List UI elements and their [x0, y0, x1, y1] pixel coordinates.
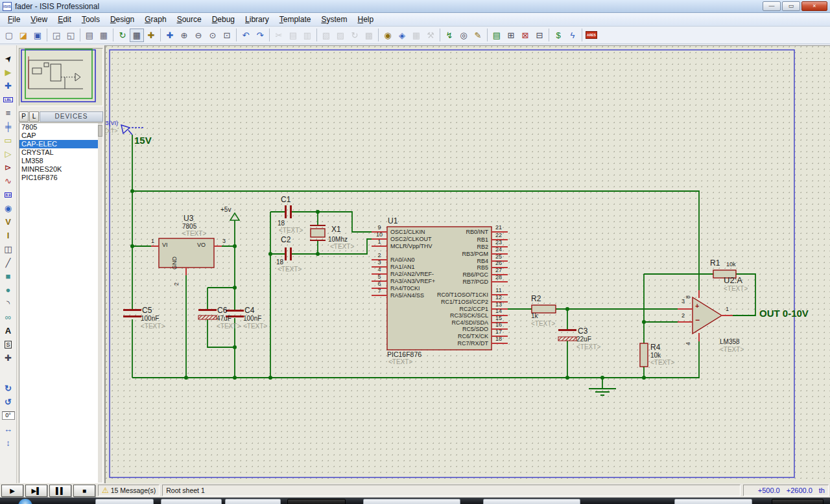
2d-symbol-icon[interactable]: S: [1, 338, 16, 351]
taskbar-item[interactable]: [483, 499, 580, 504]
current-probe-mode-icon[interactable]: I: [1, 229, 16, 242]
toggle-grid-icon[interactable]: ▦: [130, 29, 144, 42]
device-item-minres20k[interactable]: MINRES20K: [19, 165, 102, 174]
menu-view[interactable]: View: [25, 13, 53, 26]
taskbar-item[interactable]: [95, 499, 154, 504]
netlist-to-ares-icon[interactable]: ARES: [584, 29, 599, 42]
zoom-area-icon[interactable]: ⊡: [220, 29, 234, 42]
2d-box-icon[interactable]: ■: [1, 269, 16, 283]
2d-arc-icon[interactable]: ◝: [1, 297, 16, 310]
mark-output-area-icon[interactable]: ▦: [97, 29, 111, 42]
terminal-mode-icon[interactable]: ▷: [1, 147, 16, 161]
design-explorer-icon[interactable]: ▤: [490, 29, 504, 42]
device-item-lm358[interactable]: LM358: [19, 157, 102, 165]
graph-mode-icon[interactable]: ∿: [1, 174, 16, 188]
menu-debug[interactable]: Debug: [207, 13, 240, 26]
text-script-mode-icon[interactable]: ≡: [1, 106, 16, 120]
make-device-icon[interactable]: ◈: [395, 29, 409, 42]
device-list-scrollbar[interactable]: [98, 123, 102, 483]
taskbar-item[interactable]: [161, 499, 222, 504]
search-tag-icon[interactable]: ◎: [456, 29, 471, 42]
overview-window[interactable]: [19, 48, 103, 106]
menu-file[interactable]: File: [3, 13, 25, 26]
pick-devices-button[interactable]: P: [19, 111, 29, 122]
play-button[interactable]: ▶: [1, 485, 23, 497]
open-folder-icon[interactable]: ◪: [16, 29, 30, 42]
pan-icon[interactable]: ✚: [163, 29, 177, 42]
taskbar-item[interactable]: [363, 499, 460, 504]
menu-library[interactable]: Library: [240, 13, 274, 26]
menu-tools[interactable]: Tools: [77, 13, 105, 26]
goto-sheet-icon[interactable]: ⊟: [532, 29, 547, 42]
device-list[interactable]: 7805CAPCAP-ELECCRYSTALLM358MINRES20KPIC1…: [19, 122, 103, 483]
u1-pin-number: 10: [374, 232, 385, 238]
print-icon[interactable]: ▤: [82, 29, 97, 42]
redraw-icon[interactable]: ↻: [115, 29, 130, 42]
device-item-pic16f876[interactable]: PIC16F876: [19, 174, 102, 182]
redo-icon[interactable]: ↷: [253, 29, 267, 42]
remove-sheet-icon[interactable]: ⊠: [518, 29, 532, 42]
subcircuit-mode-icon[interactable]: ▭: [1, 133, 16, 147]
origin-icon[interactable]: ✚: [144, 29, 158, 42]
taskbar-item-active[interactable]: [287, 499, 346, 504]
virtual-instruments-mode-icon[interactable]: ◫: [1, 242, 16, 256]
save-file-icon[interactable]: ▣: [30, 29, 45, 42]
menu-system[interactable]: System: [316, 13, 352, 26]
2d-marker-icon[interactable]: ✚: [1, 351, 16, 365]
bill-of-materials-icon[interactable]: $: [551, 29, 565, 42]
2d-line-icon[interactable]: ╱: [1, 256, 16, 269]
menu-graph[interactable]: Graph: [139, 13, 171, 26]
flip-horizontal-icon[interactable]: ↔: [1, 422, 16, 436]
menu-source[interactable]: Source: [172, 13, 207, 26]
pause-button[interactable]: ▌▌: [49, 485, 71, 497]
zoom-out-icon[interactable]: ⊖: [191, 29, 206, 42]
zoom-in-icon[interactable]: ⊕: [177, 29, 191, 42]
2d-circle-icon[interactable]: ●: [1, 283, 16, 297]
2d-text-icon[interactable]: A: [1, 324, 16, 338]
message-panel[interactable]: ⚠ 15 Message(s): [98, 485, 160, 496]
junction-dot-mode-icon[interactable]: ✚: [1, 79, 16, 93]
taskbar-item[interactable]: [674, 499, 752, 504]
export-section-icon[interactable]: ◱: [64, 29, 78, 42]
property-assignment-icon[interactable]: ✎: [471, 29, 485, 42]
device-item-cap-elec[interactable]: CAP-ELEC: [19, 140, 102, 148]
zoom-all-icon[interactable]: ⊙: [206, 29, 220, 42]
taskbar-item[interactable]: [225, 499, 281, 504]
menu-edit[interactable]: Edit: [53, 13, 77, 26]
schematic-canvas[interactable]: U3(VI) <TEXT> 15V +5v OUT 0-10V U3 7805 …: [105, 45, 830, 483]
menu-help[interactable]: Help: [352, 13, 379, 26]
tape-recorder-mode-icon[interactable]: 8.9: [1, 188, 16, 201]
minimize-button[interactable]: —: [763, 1, 781, 11]
taskbar-item[interactable]: [772, 499, 824, 504]
start-orb[interactable]: [18, 499, 32, 504]
stop-button[interactable]: ■: [73, 485, 95, 497]
generator-mode-icon[interactable]: ◉: [1, 201, 16, 215]
wire-label-mode-icon[interactable]: LBL: [1, 93, 16, 106]
import-section-icon[interactable]: ◲: [49, 29, 64, 42]
menu-template[interactable]: Template: [274, 13, 316, 26]
restore-button[interactable]: ▭: [782, 1, 800, 11]
device-item-7805[interactable]: 7805: [19, 123, 102, 132]
undo-icon[interactable]: ↶: [239, 29, 253, 42]
new-file-icon[interactable]: ▢: [2, 29, 16, 42]
bus-mode-icon[interactable]: ╪: [1, 120, 16, 133]
angle-field[interactable]: 0°: [1, 409, 16, 422]
device-pin-mode-icon[interactable]: ⊳: [1, 161, 16, 174]
2d-path-icon[interactable]: ∞: [1, 310, 16, 324]
electrical-rule-check-icon[interactable]: ϟ: [565, 29, 580, 42]
voltage-probe-mode-icon[interactable]: V: [1, 215, 16, 229]
flip-vertical-icon[interactable]: ↕: [1, 436, 16, 450]
menu-design[interactable]: Design: [105, 13, 139, 26]
new-sheet-icon[interactable]: ⊞: [504, 29, 518, 42]
rotate-ccw-icon[interactable]: ↺: [1, 395, 16, 409]
scrollbar-thumb[interactable]: [98, 125, 102, 137]
pick-device-icon[interactable]: ◉: [381, 29, 395, 42]
device-item-crystal[interactable]: CRYSTAL: [19, 148, 102, 157]
toolbar-separator: [440, 29, 440, 41]
step-button[interactable]: ▶▌: [25, 485, 47, 497]
device-item-cap[interactable]: CAP: [19, 132, 102, 140]
close-button[interactable]: ×: [801, 1, 827, 11]
library-button[interactable]: L: [29, 111, 39, 122]
rotate-cw-icon[interactable]: ↻: [1, 382, 16, 395]
wire-autorouter-icon[interactable]: ↯: [442, 29, 456, 42]
